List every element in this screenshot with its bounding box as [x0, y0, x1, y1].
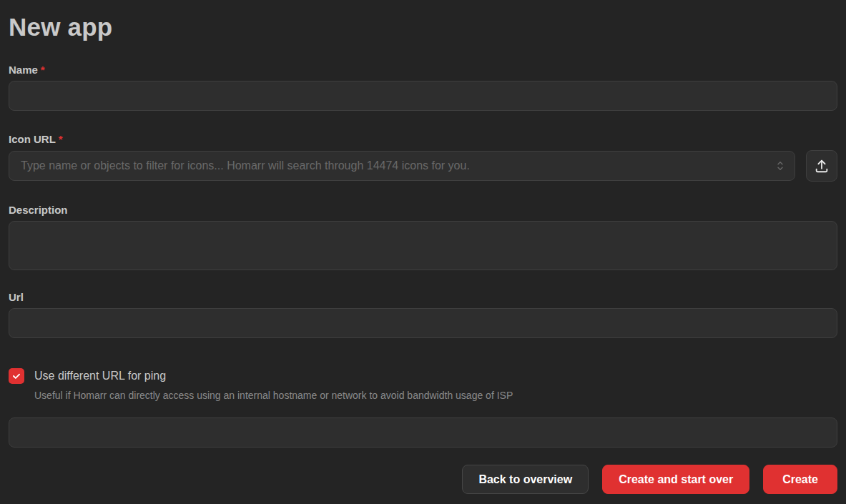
- icon-url-row: [9, 150, 837, 182]
- name-label-text: Name: [9, 64, 38, 76]
- icon-search-input[interactable]: [9, 151, 795, 181]
- icon-url-field-group: Icon URL*: [9, 133, 837, 182]
- name-input[interactable]: [9, 81, 837, 111]
- upload-icon: [814, 158, 830, 174]
- url-label: Url: [9, 291, 837, 304]
- ping-help-text: Useful if Homarr can directly access usi…: [34, 390, 837, 402]
- url-input[interactable]: [9, 308, 837, 338]
- name-label: Name*: [9, 64, 837, 76]
- form-actions: Back to overview Create and start over C…: [9, 465, 837, 494]
- upload-icon-button[interactable]: [806, 150, 837, 182]
- create-button[interactable]: Create: [763, 465, 837, 494]
- ping-checkbox-row: Use different URL for ping: [9, 368, 837, 384]
- required-asterisk: *: [41, 64, 45, 76]
- page-title: New app: [9, 10, 837, 44]
- ping-url-input[interactable]: [9, 417, 837, 448]
- description-textarea[interactable]: [9, 221, 837, 270]
- name-field-group: Name*: [9, 64, 837, 111]
- check-icon: [11, 371, 21, 381]
- ping-section: Use different URL for ping Useful if Hom…: [9, 368, 837, 448]
- icon-url-label: Icon URL*: [9, 133, 837, 146]
- create-and-start-over-button[interactable]: Create and start over: [602, 465, 749, 494]
- description-label-text: Description: [9, 204, 68, 216]
- icon-select: [9, 151, 795, 181]
- description-field-group: Description: [9, 204, 837, 270]
- new-app-form: New app Name* Icon URL*: [0, 0, 846, 494]
- url-label-text: Url: [9, 291, 24, 303]
- icon-url-label-text: Icon URL: [9, 133, 56, 145]
- ping-checkbox-label[interactable]: Use different URL for ping: [34, 370, 166, 382]
- description-label: Description: [9, 204, 837, 217]
- required-asterisk: *: [59, 133, 63, 145]
- ping-checkbox[interactable]: [9, 368, 24, 384]
- back-to-overview-button[interactable]: Back to overview: [462, 465, 589, 494]
- url-field-group: Url: [9, 291, 837, 338]
